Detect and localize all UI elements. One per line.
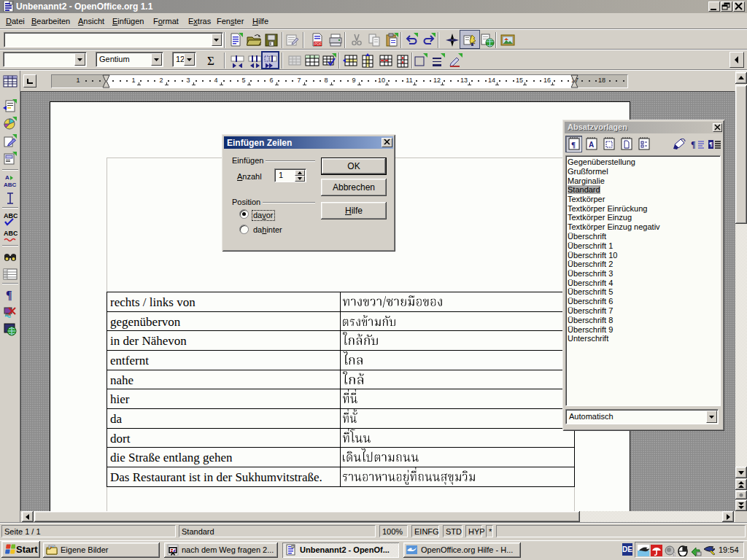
svg-text:¶: ¶ bbox=[571, 140, 576, 149]
svg-text:Σ: Σ bbox=[207, 54, 214, 68]
svg-text:¶: ¶ bbox=[691, 139, 695, 149]
svg-text:¶: ¶ bbox=[6, 289, 12, 301]
svg-text:ABC: ABC bbox=[4, 230, 18, 237]
svg-text:ABC: ABC bbox=[4, 212, 18, 219]
svg-text:PDF: PDF bbox=[314, 42, 322, 46]
svg-text:¶: ¶ bbox=[709, 141, 713, 148]
svg-text:ABC: ABC bbox=[4, 182, 17, 188]
svg-text:A: A bbox=[5, 174, 9, 181]
svg-text:A: A bbox=[589, 141, 594, 149]
